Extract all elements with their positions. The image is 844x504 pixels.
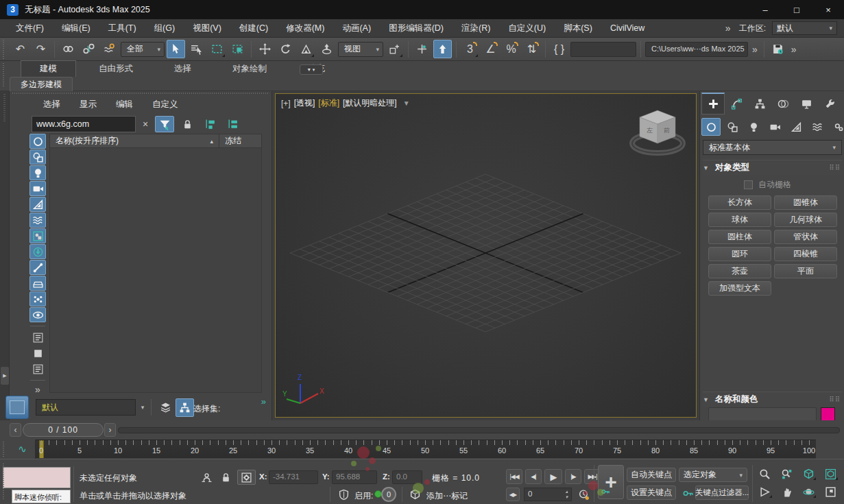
display-cameras-toggle[interactable] <box>29 181 46 196</box>
maxscript-mini-listener-input[interactable]: 脚本迷你侦听: <box>12 490 71 503</box>
layer-dropdown-caret[interactable]: ▾ <box>137 399 148 416</box>
add-time-tag-button[interactable]: 添加⋯标记 <box>426 490 468 502</box>
cone-button[interactable]: 圆锥体 <box>774 195 837 210</box>
minimize-button[interactable]: – <box>749 0 781 19</box>
time-tag-cube-icon[interactable] <box>406 487 424 502</box>
menu-modifiers[interactable]: 修改器(M) <box>277 19 333 37</box>
tube-button[interactable]: 管状体 <box>774 230 837 244</box>
zoom-extents-all-button[interactable] <box>821 466 839 481</box>
name-color-rollout-header[interactable]: ▼ 名称和颜色 ⠿⠿ <box>703 392 842 407</box>
next-frame-button[interactable]: |▶ <box>565 469 581 484</box>
viewport-general-menu[interactable]: [+] <box>281 99 291 108</box>
time-slider-handle[interactable]: 0 / 100 <box>23 423 104 437</box>
angle-snap-toggle[interactable]: ∠ <box>481 40 500 58</box>
autobackup-save-button[interactable] <box>769 40 787 58</box>
toolbar-overflow-chevron[interactable]: » <box>750 44 760 55</box>
sphere-button[interactable]: 球体 <box>708 213 771 227</box>
menu-rendering[interactable]: 渲染(R) <box>453 19 499 37</box>
ribbon-tab-modeling[interactable]: 建模 <box>21 60 76 77</box>
key-mode-toggle[interactable]: ◀▶ <box>506 488 520 501</box>
toolbar-overflow-chevron-2[interactable]: » <box>789 44 799 55</box>
set-key-toggle[interactable]: 设置关键点 <box>627 485 676 500</box>
named-selection-sets-field[interactable] <box>570 42 636 57</box>
select-and-manipulate-button[interactable] <box>413 40 431 58</box>
expand-tree-button[interactable] <box>200 116 219 132</box>
show-hierarchy-button[interactable] <box>176 398 194 417</box>
isolate-selection-toggle[interactable] <box>197 470 216 485</box>
key-selection-dropdown[interactable]: 选定对象 ▾ <box>679 468 747 482</box>
select-by-name-button[interactable] <box>187 40 206 58</box>
time-configuration-button[interactable] <box>575 487 593 502</box>
maxscript-mini-listener-output[interactable] <box>3 467 71 488</box>
tab-display[interactable] <box>795 93 818 115</box>
display-xrefs-toggle[interactable] <box>29 228 46 243</box>
explorer-blank-button[interactable] <box>29 346 46 361</box>
ribbon-drag-grip[interactable] <box>3 63 5 88</box>
display-particles-toggle[interactable] <box>29 291 46 307</box>
menu-views[interactable]: 视图(V) <box>184 19 230 37</box>
play-button[interactable]: ▶ <box>544 469 562 484</box>
selection-filter-dropdown[interactable]: 全部▾ <box>121 42 165 57</box>
time-slider-track[interactable] <box>118 427 840 433</box>
menu-scripting[interactable]: 脚本(S) <box>555 19 601 37</box>
explorer-strip-overflow[interactable]: » <box>33 384 43 395</box>
select-and-scale-button[interactable] <box>297 40 315 58</box>
box-button[interactable]: 长方体 <box>708 195 771 210</box>
frame-spinner-arrows[interactable]: ▴▾ <box>562 488 571 501</box>
explorer-menu-select[interactable]: 选择 <box>37 97 67 112</box>
per-view-filter-icon[interactable]: ▼ <box>403 99 410 107</box>
menu-file[interactable]: 文件(F) <box>7 19 53 37</box>
window-crossing-toggle[interactable] <box>228 40 247 58</box>
go-to-start-button[interactable]: |◀◀ <box>506 469 522 484</box>
statusbar-drag-grip[interactable] <box>3 464 5 499</box>
orbit-button[interactable] <box>799 484 817 499</box>
trackbar-drag-grip[interactable] <box>3 442 5 457</box>
menu-customize[interactable]: 自定义(U) <box>499 19 555 37</box>
menu-tools[interactable]: 工具(T) <box>99 19 145 37</box>
create-geometry-button[interactable] <box>701 118 721 136</box>
display-containers-toggle[interactable] <box>29 244 46 259</box>
previous-frame-arrow[interactable]: ‹ <box>10 423 21 437</box>
create-systems-button[interactable] <box>829 118 844 136</box>
menu-animation[interactable]: 动画(A) <box>333 19 380 37</box>
teapot-button[interactable]: 茶壶 <box>708 264 771 278</box>
field-of-view-button[interactable] <box>756 484 773 499</box>
select-and-move-button[interactable] <box>256 40 274 58</box>
menu-overflow-chevron[interactable]: » <box>723 23 733 34</box>
new-layer-button[interactable] <box>5 396 29 419</box>
explorer-list-view-button[interactable] <box>29 330 46 345</box>
torus-button[interactable]: 圆环 <box>708 247 771 261</box>
track-bar-ruler[interactable]: 0510152025303540455055606570758085909510… <box>36 440 816 459</box>
explorer-filter-button[interactable] <box>155 116 174 132</box>
ribbon-tab-object-paint[interactable]: 对象绘制 <box>214 61 285 77</box>
zero-badge-icon[interactable]: 0 <box>381 487 396 502</box>
create-shapes-button[interactable] <box>723 118 742 136</box>
geosphere-button[interactable]: 几何球体 <box>774 213 837 227</box>
perspective-viewport[interactable]: [+] [透视] [标准] [默认明暗处理] ▼ 左 前 Z X <box>275 93 697 418</box>
use-pivot-point-center-button[interactable] <box>385 40 404 58</box>
redo-button[interactable]: ↷ <box>32 40 50 58</box>
explorer-menu-edit[interactable]: 编辑 <box>110 97 139 112</box>
tab-modify[interactable] <box>725 93 748 115</box>
lock-explorer-button[interactable] <box>178 116 197 132</box>
tab-hierarchy[interactable] <box>748 93 771 115</box>
ribbon-tab-freeform[interactable]: 自由形式 <box>80 61 152 77</box>
keyboard-shortcut-override-toggle[interactable] <box>433 40 452 58</box>
reference-coordinate-dropdown[interactable]: 视图▾ <box>338 42 383 57</box>
y-coordinate-field[interactable]: 95.688 <box>332 470 377 484</box>
tab-create[interactable] <box>701 93 725 115</box>
display-bones-toggle[interactable] <box>29 260 46 275</box>
explorer-search-input[interactable] <box>32 116 136 132</box>
text-plus-button[interactable]: 加强型文本 <box>708 281 771 296</box>
previous-frame-button[interactable]: ◀| <box>525 469 542 484</box>
bind-to-space-warp-button[interactable] <box>100 40 119 58</box>
active-layer-dropdown[interactable]: 默认 <box>36 399 136 416</box>
next-frame-arrow[interactable]: › <box>104 423 116 437</box>
explorer-menu-customize[interactable]: 自定义 <box>146 97 184 112</box>
create-spacewarps-button[interactable] <box>808 118 827 136</box>
autogrid-checkbox[interactable] <box>744 180 753 189</box>
ribbon-tab-selection[interactable]: 选择 <box>156 61 210 77</box>
toolbar-drag-grip[interactable] <box>3 40 5 59</box>
display-spacewarps-toggle[interactable] <box>29 213 46 228</box>
project-folder-dropdown[interactable]: C:\Users\ww⋯ds Max 2025▾ <box>645 42 748 57</box>
